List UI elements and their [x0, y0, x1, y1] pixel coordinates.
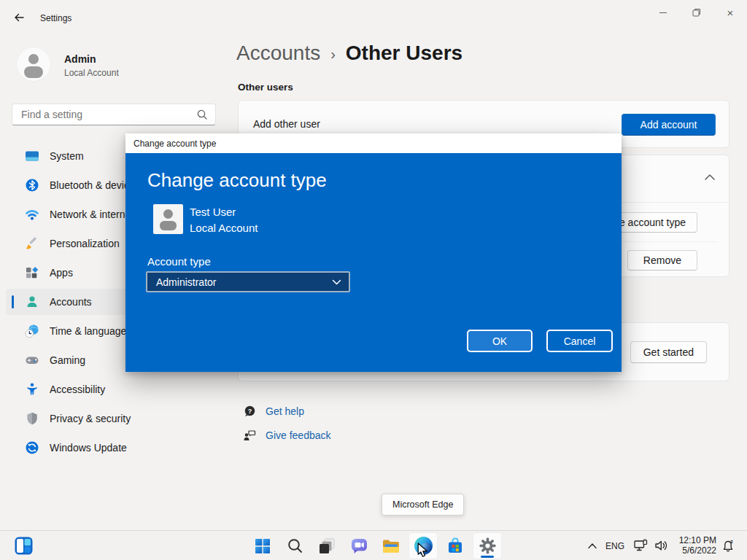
selected-indicator [12, 295, 14, 308]
dialog-body: Change account type Test User Local Acco… [125, 153, 622, 372]
back-button[interactable] [9, 9, 29, 26]
sidebar-item-label: Gaming [50, 354, 85, 366]
profile-name: Admin [64, 53, 96, 65]
feedback-icon [243, 429, 256, 442]
profile-account-type: Local Account [64, 68, 119, 78]
network-tray-icon [633, 538, 649, 553]
search-icon [196, 109, 208, 120]
account-type-dropdown[interactable]: Administrator [146, 271, 350, 292]
taskbar: ENG 12:10 PM 5/6/2022 z [0, 530, 747, 560]
give-feedback-link[interactable]: Give feedback [243, 429, 331, 442]
tray-time: 12:10 PM [673, 535, 716, 545]
volume-tray-button[interactable] [654, 538, 669, 556]
search-box [12, 104, 216, 125]
settings-taskbar-button[interactable] [473, 532, 502, 559]
desktop: Settings × Admin Local Account System [0, 0, 747, 560]
chat-button[interactable] [344, 532, 374, 559]
back-arrow-icon [13, 12, 25, 23]
get-help-label: Get help [266, 405, 304, 417]
chat-icon [350, 537, 368, 555]
account-type-selected-value: Administrator [156, 276, 216, 288]
focus-assist-bell-icon: z [721, 539, 735, 553]
page-title: Other Users [346, 42, 462, 65]
breadcrumb-separator-icon: › [330, 46, 336, 63]
bluetooth-icon [25, 178, 39, 192]
task-view-button[interactable] [312, 532, 341, 559]
tray-chevron-button[interactable] [581, 532, 604, 559]
dialog-user-account-type: Local Account [190, 222, 258, 234]
sidebar-item-label: Time & language [50, 325, 126, 337]
window-title: Settings [40, 13, 71, 23]
section-label: Other users [238, 82, 293, 93]
sidebar-item-windows-update[interactable]: Windows Update [6, 435, 219, 461]
personalization-icon [25, 236, 39, 251]
get-started-button[interactable]: Get started [630, 341, 707, 363]
cancel-button[interactable]: Cancel [546, 330, 613, 352]
language-indicator[interactable]: ENG [605, 541, 624, 551]
tray-date: 5/6/2022 [673, 545, 716, 556]
sidebar-item-accessibility[interactable]: Accessibility [6, 376, 219, 402]
apps-icon [25, 265, 39, 280]
taskbar-search-icon [287, 537, 303, 554]
avatar [16, 47, 51, 82]
gaming-icon [25, 353, 39, 368]
sidebar-item-label: Privacy & security [50, 413, 131, 424]
sidebar-item-privacy-security[interactable]: Privacy & security [6, 405, 219, 432]
store-button[interactable] [441, 532, 470, 559]
restore-icon [692, 8, 701, 17]
sidebar-item-label: System [50, 150, 84, 162]
sidebar-item-label: Personalization [50, 238, 120, 249]
add-other-user-label: Add other user [253, 118, 320, 130]
notifications-button[interactable]: z [721, 539, 735, 556]
task-view-icon [318, 537, 336, 555]
close-icon: × [727, 7, 734, 18]
ok-button[interactable]: OK [467, 330, 533, 352]
sidebar-item-label: Network & internet [50, 209, 133, 220]
close-button[interactable]: × [713, 0, 747, 25]
start-button[interactable] [248, 532, 277, 559]
widgets-button[interactable] [9, 532, 38, 559]
dialog-user-avatar [153, 204, 183, 234]
active-app-indicator [481, 556, 494, 558]
network-tray-button[interactable] [633, 538, 649, 556]
accessibility-icon [25, 382, 39, 397]
help-icon: ? [243, 405, 256, 418]
windows-update-icon [25, 440, 39, 455]
privacy-icon [25, 411, 39, 426]
sidebar-item-label: Windows Update [50, 442, 127, 454]
volume-icon [654, 538, 669, 553]
taskbar-center [247, 531, 503, 560]
svg-text:?: ? [248, 408, 252, 415]
sidebar-item-label: Accounts [50, 296, 92, 308]
sidebar-item-label: Accessibility [50, 384, 105, 395]
settings-gear-icon [479, 537, 497, 555]
dialog-titlebar: Change account type [125, 133, 622, 153]
dialog-window-title: Change account type [133, 139, 216, 149]
chevron-down-icon [332, 279, 341, 285]
mouse-cursor [417, 542, 428, 558]
time-language-icon [25, 324, 39, 338]
chevron-up-icon[interactable] [704, 174, 716, 181]
system-icon [25, 149, 39, 163]
taskbar-search-button[interactable] [280, 532, 309, 559]
network-icon [25, 207, 39, 222]
dialog-heading: Change account type [147, 169, 327, 192]
file-explorer-button[interactable] [376, 532, 406, 559]
get-help-link[interactable]: ? Get help [243, 405, 304, 418]
dialog-user-name: Test User [190, 206, 236, 218]
start-icon [254, 537, 271, 555]
remove-account-button[interactable]: Remove [627, 250, 697, 271]
breadcrumb-parent[interactable]: Accounts [236, 42, 320, 65]
tray-chevron-up-icon [587, 542, 597, 549]
account-type-field-label: Account type [147, 255, 211, 268]
minimize-button[interactable] [646, 0, 680, 25]
clock[interactable]: 12:10 PM 5/6/2022 [673, 535, 716, 556]
add-account-button[interactable]: Add account [622, 114, 716, 136]
search-input[interactable] [21, 104, 196, 125]
breadcrumb: Accounts › Other Users [236, 42, 462, 65]
minimize-icon [659, 12, 667, 13]
edge-tooltip: Microsoft Edge [382, 494, 464, 516]
restore-button[interactable] [680, 0, 713, 25]
window-controls: × [646, 0, 747, 25]
sidebar-item-label: Apps [50, 267, 73, 279]
